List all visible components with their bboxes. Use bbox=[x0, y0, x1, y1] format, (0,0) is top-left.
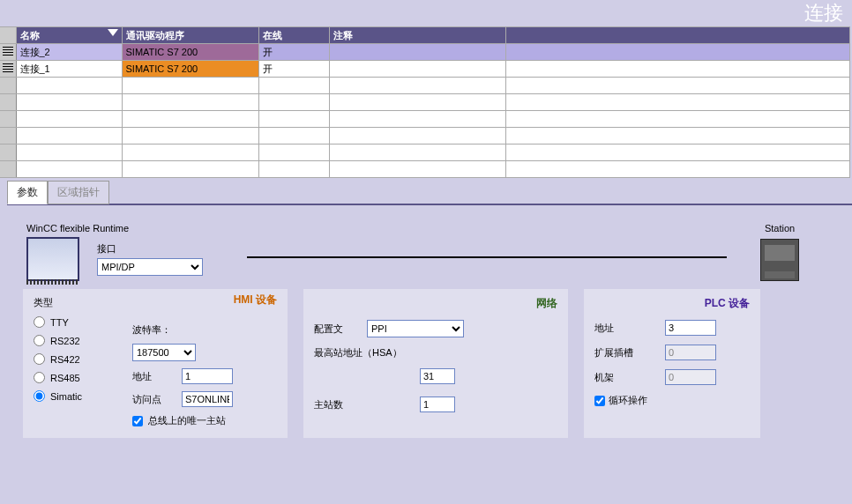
radio-rs232[interactable]: RS232 bbox=[34, 335, 113, 346]
hmi-title: HMI 设备 bbox=[132, 293, 277, 308]
cell-name[interactable]: 连接_2 bbox=[16, 44, 122, 61]
station-label: Station bbox=[727, 223, 833, 233]
hmi-address-input[interactable] bbox=[182, 368, 233, 384]
profile-label: 配置文 bbox=[314, 322, 367, 336]
cell-online[interactable]: 开 bbox=[258, 44, 329, 61]
col-header-comment[interactable]: 注释 bbox=[329, 27, 505, 44]
only-master-checkbox[interactable]: 总线上的唯一主站 bbox=[132, 414, 277, 427]
interface-select[interactable]: MPI/DP bbox=[97, 258, 203, 276]
table-corner bbox=[0, 27, 16, 44]
network-panel: 网络 配置文PPI 最高站地址（HSA） 主站数 bbox=[303, 289, 568, 438]
col-header-name[interactable]: 名称 bbox=[16, 27, 122, 44]
cell-comment[interactable] bbox=[329, 44, 505, 61]
plc-rack-input bbox=[665, 369, 716, 385]
cell-blank bbox=[505, 61, 849, 78]
baud-label: 波特率： bbox=[132, 323, 277, 337]
col-header-driver[interactable]: 通讯驱动程序 bbox=[122, 27, 258, 44]
cell-comment[interactable] bbox=[329, 61, 505, 78]
connection-table: 名称 通讯驱动程序 在线 注释 连接_2 SIMATIC S7 200 开 连接… bbox=[0, 26, 852, 178]
plc-icon bbox=[760, 239, 799, 281]
hsa-input[interactable] bbox=[420, 368, 455, 384]
addr-label: 地址 bbox=[132, 370, 176, 383]
row-handle[interactable] bbox=[0, 61, 16, 78]
plc-panel: PLC 设备 地址 扩展插槽 机架 循环操作 bbox=[584, 289, 760, 438]
plc-rack-label: 机架 bbox=[594, 371, 665, 384]
table-row[interactable]: 连接_2 SIMATIC S7 200 开 bbox=[0, 44, 849, 61]
sort-icon[interactable] bbox=[108, 29, 118, 36]
cyclic-checkbox[interactable]: 循环操作 bbox=[594, 394, 750, 407]
access-label: 访问点 bbox=[132, 393, 176, 406]
plc-addr-label: 地址 bbox=[594, 322, 665, 335]
cell-online[interactable]: 开 bbox=[258, 61, 329, 78]
cell-driver[interactable]: SIMATIC S7 200 bbox=[122, 44, 258, 61]
access-point-input[interactable] bbox=[182, 391, 233, 407]
plc-slot-input bbox=[665, 345, 716, 360]
tab-params[interactable]: 参数 bbox=[7, 181, 48, 204]
master-label: 主站数 bbox=[314, 398, 420, 411]
row-handle[interactable] bbox=[0, 44, 16, 61]
cell-blank bbox=[505, 44, 849, 61]
baud-select[interactable]: 187500 bbox=[132, 344, 196, 361]
profile-select[interactable]: PPI bbox=[367, 320, 464, 337]
hsa-label: 最高站地址（HSA） bbox=[314, 346, 420, 359]
runtime-label: WinCC flexible Runtime bbox=[26, 223, 247, 237]
type-label: 类型 bbox=[34, 296, 113, 309]
radio-tty[interactable]: TTY bbox=[34, 316, 113, 328]
network-title: 网络 bbox=[314, 296, 557, 311]
connection-line bbox=[247, 256, 727, 258]
hmi-panel: 类型 TTY RS232 RS422 RS485 Simatic HMI 设备 … bbox=[23, 289, 288, 438]
radio-simatic[interactable]: Simatic bbox=[34, 390, 113, 402]
cell-name[interactable]: 连接_1 bbox=[16, 61, 122, 78]
plc-title: PLC 设备 bbox=[594, 296, 750, 311]
cell-driver[interactable]: SIMATIC S7 200 bbox=[122, 61, 258, 78]
pc-icon bbox=[26, 237, 79, 281]
col-header-blank bbox=[505, 27, 849, 44]
col-header-online[interactable]: 在线 bbox=[258, 27, 329, 44]
page-title: 连接 bbox=[0, 0, 852, 26]
plc-address-input[interactable] bbox=[665, 320, 716, 336]
tab-area-pointer[interactable]: 区域指针 bbox=[48, 181, 109, 204]
radio-rs422[interactable]: RS422 bbox=[34, 353, 113, 365]
master-count-input[interactable] bbox=[420, 397, 455, 412]
table-row[interactable]: 连接_1 SIMATIC S7 200 开 bbox=[0, 61, 849, 78]
interface-label: 接口 bbox=[97, 242, 203, 256]
tab-content: WinCC flexible Runtime 接口 MPI/DP Station bbox=[7, 204, 852, 454]
radio-rs485[interactable]: RS485 bbox=[34, 372, 113, 383]
plc-slot-label: 扩展插槽 bbox=[594, 346, 665, 359]
